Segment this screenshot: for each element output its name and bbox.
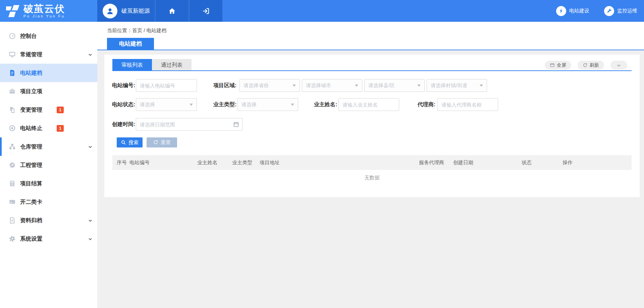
sidebar-item-label: 变更管理 [20,106,42,114]
filter-station-status: 电站状态: 请选择 [112,98,197,111]
province-select[interactable]: 请选择省份 [239,79,300,92]
caret-down-icon [292,84,296,87]
calendar-icon[interactable] [233,121,239,127]
brand-mark-icon [5,4,20,18]
fullscreen-button[interactable]: 全屏 [545,61,571,70]
county-select[interactable]: 请选择县/区 [364,79,425,92]
caret-down-icon [190,104,193,106]
document-icon [8,69,16,77]
fullscreen-label: 全屏 [557,62,566,68]
brand-text: 破茧云伏 Po Jian Yun Fu [23,4,65,18]
brand-logo[interactable]: 破茧云伏 Po Jian Yun Fu [0,0,97,22]
filter-region: 项目区域: 请选择省份 请选择城市 请选择县/区 请选择村镇/街道 [213,79,487,92]
search-label: 搜索 [128,139,139,146]
sidebar-item-system-settings[interactable]: 系统设置 [0,230,97,248]
sidebar-item-station-termination[interactable]: 电站终止 1 [0,119,97,137]
refresh-icon [583,63,588,68]
sidebar-item-warehouse-mgmt[interactable]: 仓库管理 [0,137,97,156]
owner-name-input[interactable] [338,98,399,111]
sidebar-item-dashboard[interactable]: 控制台 [0,27,97,45]
chevron-down-icon [88,218,93,223]
date-range-input[interactable] [136,118,243,131]
header-spacer [222,0,556,22]
column-status: 状态 [522,160,562,166]
sidebar-item-general-mgmt[interactable]: 常规管理 [0,45,97,64]
sidebar-item-project-settlement[interactable]: 项目结算 [0,174,97,193]
user-company-menu[interactable]: 破茧新能源 [97,0,155,22]
content-card: 审核列表 通过列表 全屏 刷新 [104,55,640,197]
sidebar-item-label: 开二类卡 [20,198,42,206]
sidebar-item-label: 控制台 [20,33,37,40]
table-header-row: 序号 电站编号 业主姓名 业主类型 项目地址 服务代理商 创建日期 状态 操作 [112,155,632,170]
sidebar-item-label: 电站终止 [20,125,42,132]
archive-icon [8,217,16,224]
station-status-select[interactable]: 请选择 [136,98,197,111]
column-service-agent: 服务代理商 [419,160,453,166]
page-tab-station-filing[interactable]: 电站建档 [107,38,154,50]
tab-passed-list[interactable]: 通过列表 [152,59,192,71]
nav-station-build-label: 电站建设 [569,8,589,14]
copy-icon [8,106,16,114]
owner-name-label: 业主姓名: [314,101,338,108]
sidebar-item-project-initiation[interactable]: 项目立项 [0,82,97,101]
sidebar-item-station-filing[interactable]: 电站建档 [0,64,97,82]
breadcrumb-prefix: 当前位置： [107,27,132,33]
chevron-down-icon [616,63,621,68]
app-root: 破茧云伏 Po Jian Yun Fu 破茧新能源 [0,0,644,308]
search-button[interactable]: 搜索 [117,137,143,147]
filter-create-time: 创建时间: [112,118,243,131]
fullscreen-icon [550,63,555,68]
agent-input[interactable] [437,98,498,111]
column-station-no: 电站编号 [129,160,197,166]
top-header: 破茧云伏 Po Jian Yun Fu 破茧新能源 [0,0,644,22]
filter-agent: 代理商: [417,98,498,111]
city-select[interactable]: 请选择城市 [302,79,362,92]
collapse-button[interactable] [610,61,627,70]
brand-subtitle: Po Jian Yun Fu [23,14,65,18]
reset-button[interactable]: 重置 [147,137,177,147]
dashboard-icon [8,33,16,40]
sidebar-item-label: 电站建档 [20,69,42,77]
sidebar-item-label: 工程管理 [20,162,42,169]
nav-station-build[interactable]: 电站建设 [556,6,589,16]
caret-down-icon [480,84,483,87]
caret-down-icon [291,104,294,106]
tab-review-list[interactable]: 审核列表 [112,59,152,71]
owner-type-select[interactable]: 请选择 [237,98,298,111]
sidebar-item-engineering-mgmt[interactable]: 工程管理 [0,156,97,174]
station-termination-badge: 1 [57,125,64,132]
panel-toolbar: 全屏 刷新 [545,61,627,70]
home-button[interactable] [155,0,189,22]
sidebar-item-label: 项目结算 [20,180,42,187]
brand-title: 破茧云伏 [23,4,65,14]
town-select[interactable]: 请选择村镇/街道 [427,79,487,92]
lightning-icon [556,6,566,16]
gear-icon [8,235,16,243]
tabs-underline [112,70,632,71]
chevron-down-icon [88,52,93,57]
breadcrumb-path[interactable]: 首页 / 电站建档 [132,27,167,33]
city-placeholder: 请选择城市 [306,82,331,89]
sidebar-item-label: 系统设置 [20,235,42,243]
search-icon [121,140,126,145]
main-content: 当前位置：首页 / 电站建档 电站建档 审核列表 通过列表 全屏 [97,22,644,308]
station-no-input[interactable] [136,79,197,92]
briefcase-icon [8,88,16,95]
sidebar-item-open-type2-card[interactable]: 开二类卡 [0,193,97,211]
column-index: 序号 [117,160,129,166]
station-status-placeholder: 请选择 [140,102,155,108]
change-mgmt-badge: 1 [57,107,64,113]
sidebar-item-label: 仓库管理 [20,143,42,150]
sidebar-item-change-mgmt[interactable]: 变更管理 1 [0,101,97,119]
logout-button[interactable] [189,0,222,22]
station-no-label: 电站编号: [112,82,136,89]
refresh-button[interactable]: 刷新 [578,61,604,70]
sidebar-item-label: 项目立项 [20,88,42,95]
breadcrumb-bar: 当前位置：首页 / 电站建档 电站建档 [97,22,644,50]
sidebar-item-data-archive[interactable]: 资料归档 [0,211,97,230]
calculator-icon [8,180,16,187]
sidebar: 控制台 常规管理 电站建档 [0,22,97,308]
column-create-date: 创建日期 [453,160,522,166]
nav-monitor-ops[interactable]: 监控运维 [604,6,637,16]
owner-type-label: 业主类型: [213,101,237,108]
